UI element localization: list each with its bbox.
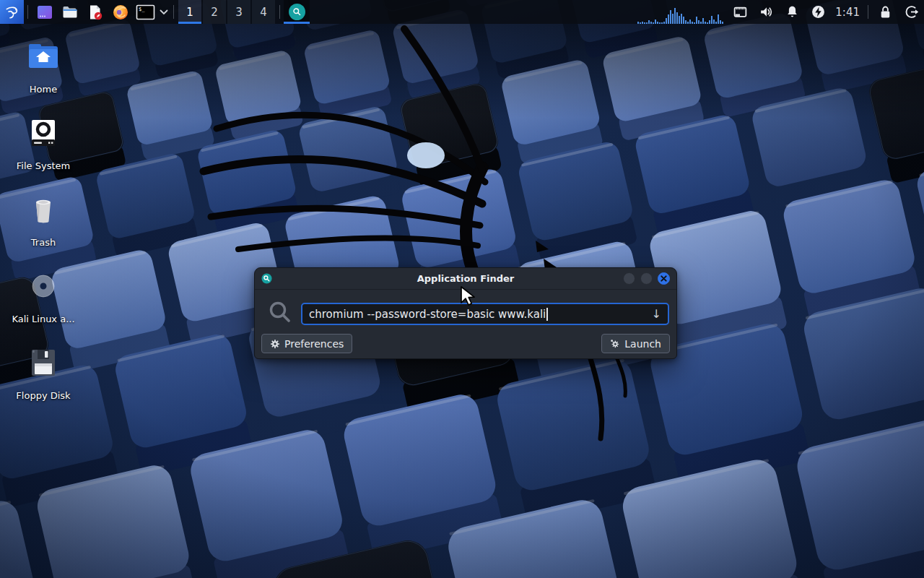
desktop-window-icon [36,4,53,21]
svg-text:$_: $_ [139,7,145,12]
app-finder-launcher[interactable] [284,0,310,24]
desktop-icon-file-system[interactable]: File System [6,116,81,178]
lock-icon [878,4,893,20]
dropdown-arrow-icon[interactable]: ↓ [652,309,661,320]
text-caret [546,308,548,321]
panel-separator [27,5,28,19]
panel-separator [279,5,280,19]
panel-spacer [310,0,636,24]
terminal-icon: $_ [136,4,155,21]
search-icon [292,7,302,17]
search-input[interactable]: chromium --password-store=basic www.kali… [301,303,669,325]
folder-icon [61,4,79,21]
workspace-label: 2 [211,6,218,19]
home-folder-icon [26,39,61,74]
notifications-tray-icon[interactable] [779,0,805,24]
power-manager-tray-icon[interactable] [805,0,831,24]
desktop-icon-label: Home [30,84,57,95]
desktop: Home File System Trash [0,0,924,578]
lock-screen-button[interactable] [872,0,898,24]
application-finder-window: Application Finder chromium --password-s… [254,267,677,359]
app-finder-badge [289,4,305,20]
text-editor-launcher[interactable] [82,0,108,24]
terminal-dropdown-chevron[interactable] [158,0,170,24]
document-edit-icon [87,4,104,21]
panel-clock[interactable]: 1:41 [831,0,864,24]
launch-button[interactable]: Launch [601,334,670,353]
window-icon [261,273,272,284]
maximize-button[interactable] [640,272,653,285]
firefox-launcher[interactable] [108,0,133,24]
workspace-button-2[interactable]: 2 [203,0,226,24]
preferences-button[interactable]: Preferences [261,334,352,353]
desktop-icon-kali-linux-cd[interactable]: Kali Linux a... [6,269,81,331]
kali-menu-button[interactable] [0,0,24,24]
bell-icon [785,4,800,20]
power-bolt-icon [811,4,826,20]
floppy-disk-icon [26,345,61,380]
search-input-value: chromium --password-store=basic www.kali [309,308,546,321]
desktop-icon-label: Trash [31,237,56,248]
window-title: Application Finder [255,273,676,284]
kali-logo-icon [4,4,20,20]
hard-drive-icon [26,116,61,150]
clock-text: 1:41 [835,6,860,19]
mouse-cursor [459,285,476,307]
desktop-launcher[interactable] [32,0,57,24]
workspace-label: 1 [186,6,193,19]
workspace-label: 3 [235,6,243,19]
launch-gear-icon [610,339,620,349]
workspace-label: 4 [260,6,267,19]
desktop-icon-column: Home File System Trash [6,39,81,422]
logout-icon [904,4,919,20]
panel-separator [173,5,174,19]
clipboard-tray-icon[interactable] [727,0,753,24]
workspace-button-4[interactable]: 4 [252,0,275,24]
cpu-graph[interactable] [636,0,727,24]
clipboard-icon [733,4,748,20]
search-icon [267,299,293,325]
close-button[interactable] [658,272,670,285]
logout-button[interactable] [898,0,924,24]
desktop-icon-floppy-disk[interactable]: Floppy Disk [6,345,81,407]
panel-separator [868,5,868,19]
launch-label: Launch [624,338,661,350]
workspace-button-1[interactable]: 1 [178,0,201,24]
workspace-button-3[interactable]: 3 [227,0,250,24]
gear-icon [270,339,280,349]
file-manager-launcher[interactable] [57,0,82,24]
volume-icon [759,4,774,20]
preferences-label: Preferences [284,338,344,350]
desktop-icon-label: File System [17,160,70,171]
terminal-launcher[interactable]: $_ [133,0,158,24]
trash-can-icon [26,192,61,227]
chevron-down-icon [160,9,168,15]
close-icon [661,275,667,282]
minimize-button[interactable] [623,272,635,285]
desktop-icon-trash[interactable]: Trash [6,192,81,254]
desktop-icon-home[interactable]: Home [6,39,81,101]
desktop-icon-label: Floppy Disk [16,390,70,401]
disc-icon [26,269,61,303]
desktop-icon-label: Kali Linux a... [12,314,74,324]
firefox-icon [112,4,129,21]
volume-tray-icon[interactable] [753,0,779,24]
top-panel: $_ 1 2 3 4 [0,0,924,24]
